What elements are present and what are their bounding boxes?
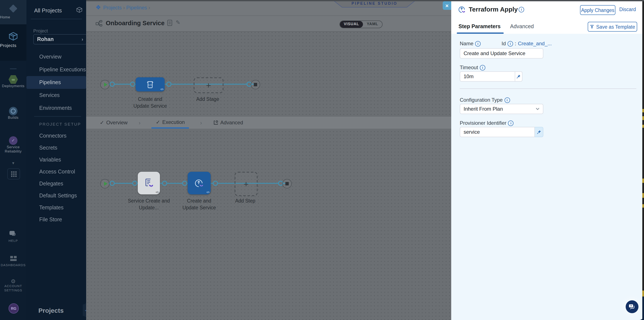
svg-text:?: ? [11,231,13,235]
sidebar-item-environments[interactable]: Environments [26,102,86,114]
terraform-plan-icon [143,178,154,189]
plus-icon: + [244,180,248,188]
project-select[interactable]: Rohan › [33,34,87,44]
dashboards-icon [0,255,26,263]
breadcrumb: Projects › Pipelines › [103,5,150,11]
stage-node-create-update[interactable]: </> </> [136,77,165,91]
sidebar-item-services[interactable]: Services [26,89,86,102]
tab-step-parameters[interactable]: Step Parameters [458,24,500,30]
sidebar-item-default-settings[interactable]: Default Settings [26,190,86,202]
breadcrumb-pipelines[interactable]: Pipelines [126,5,147,11]
canvas-header-title: Onboarding Service ✎ [86,16,451,32]
all-projects-label[interactable]: All Projects [34,7,62,14]
toggle-visual[interactable]: VISUAL [340,21,363,28]
id-value-link[interactable]: Create_and_... [518,41,552,47]
pipeline-graph-icon [96,20,103,28]
sidebar-item-connectors[interactable]: Connectors [26,130,86,142]
rail-item-help[interactable]: ? HELP [0,231,26,243]
sidebar-item-access-control[interactable]: Access Control [26,166,86,178]
stage-ring-3 [166,82,172,87]
pin-icon [516,74,521,79]
timeout-info-icon[interactable]: i [480,65,485,70]
gear-icon: ⚙ [0,278,26,284]
step1-code-badge: </> [156,191,159,194]
stage-code-badge: </> [160,88,163,91]
module-grid-icon[interactable] [7,168,20,180]
rail-item-dashboards[interactable]: DASHBOARDS [0,255,26,267]
step-node-terraform-plan[interactable]: </> [138,172,160,194]
add-stage-button[interactable]: + [194,77,224,93]
toggle-yaml[interactable]: YAML [363,21,382,28]
discard-button[interactable]: Discard [619,7,636,12]
provisioner-info-icon[interactable]: i [508,120,514,126]
sidebar-divider [31,19,82,19]
edit-pencil-icon[interactable]: ✎ [176,19,180,26]
panel-header: Terraform Apply i Apply Changes Discard [451,0,644,20]
config-info-icon[interactable]: i [504,97,510,103]
rail-item-service-reliability[interactable]: ✓ Service Reliability [0,136,26,154]
id-row: Id i : Create_and_... [502,41,552,47]
sidebar-item-templates[interactable]: Templates [26,202,86,214]
close-panel-button[interactable]: × [443,1,451,10]
stage-end-node [251,80,260,89]
panel-form: Name i Id i : Create_and_... Timeout i C… [451,34,644,320]
sidebar-item-pipeline-executions[interactable]: Pipeline Executions [26,63,86,76]
timeout-input[interactable] [460,71,515,82]
step-node-terraform-apply-selected[interactable]: </> [188,172,211,194]
pipeline-canvas: ❖ Projects › Pipelines › Onboarding Serv… [86,0,451,320]
rail-label-reliability: Reliability [0,149,26,153]
upload-icon [590,25,594,29]
tab-sep-chevron-icon: › [138,119,140,126]
exec-ring-3 [162,181,167,186]
sidebar-item-file-store[interactable]: File Store [26,214,86,226]
rail-item-builds[interactable]: Builds [0,107,26,120]
top-window-strip [86,0,644,1]
sidebar-item-secrets[interactable]: Secrets [26,142,86,154]
notes-icon[interactable] [167,20,172,28]
provisioner-pin-button[interactable] [535,127,543,137]
tab-advanced[interactable]: Advanced [213,120,243,126]
add-step-button[interactable]: + [234,172,258,196]
tab-overview[interactable]: ✓ Overview [100,120,128,126]
pin-icon [537,130,541,134]
provisioner-input[interactable] [460,127,535,137]
sidebar-item-overview[interactable]: Overview [26,50,86,63]
sidebar-item-delegates[interactable]: Delegates [26,178,86,190]
add-stage-label: Add Stage [187,96,228,103]
rail-item-account-settings[interactable]: ⚙ ACCOUNT SETTINGS [0,278,26,292]
apply-changes-button[interactable]: Apply Changes [580,5,616,15]
rail-label-projects: Projects [0,43,26,49]
sidebar-item-variables[interactable]: Variables [26,154,86,166]
tab-execution[interactable]: ✓ Execution [152,117,189,129]
stage-ring-1 [110,82,115,87]
all-projects-cube-icon[interactable] [76,7,83,15]
tab-step-advanced[interactable]: Advanced [510,24,534,30]
sidebar-nav: Overview Pipeline Executions Pipelines S… [26,50,86,114]
rail-item-deployments[interactable]: ∞ Deployments [0,75,26,88]
rail-item-home[interactable]: Home [0,0,26,24]
breadcrumb-projects[interactable]: Projects [103,5,122,11]
stage-start-node[interactable] [100,80,110,89]
save-as-template-button[interactable]: Save as Template [588,22,637,32]
id-info-icon[interactable]: i [508,41,513,46]
rail-label-account: ACCOUNT [0,284,26,288]
exec-start-node[interactable] [100,179,110,188]
chat-help-button[interactable]: ? [626,300,638,313]
rail-item-projects[interactable]: Projects [0,24,26,61]
config-type-select[interactable]: Inherit From Plan [460,104,543,114]
name-input[interactable] [460,48,543,59]
name-label: Name i [460,41,481,47]
name-info-icon[interactable]: i [475,41,481,46]
project-setup-header: PROJECT SETUP [39,122,81,126]
visual-yaml-toggle: VISUAL YAML [340,21,382,28]
avatar[interactable]: RG [8,303,19,313]
timeout-pin-button[interactable] [515,71,522,82]
panel-title-info-icon[interactable]: i [518,7,524,12]
project-sidebar: All Projects Project Rohan › Overview Pi… [26,0,86,320]
builds-icon [9,107,18,115]
play-icon [104,182,107,186]
rail-expand-caret[interactable]: ▾ [0,161,26,165]
sidebar-item-pipelines[interactable]: Pipelines [26,76,86,89]
project-label: Project [33,28,48,33]
form-divider [460,88,636,89]
